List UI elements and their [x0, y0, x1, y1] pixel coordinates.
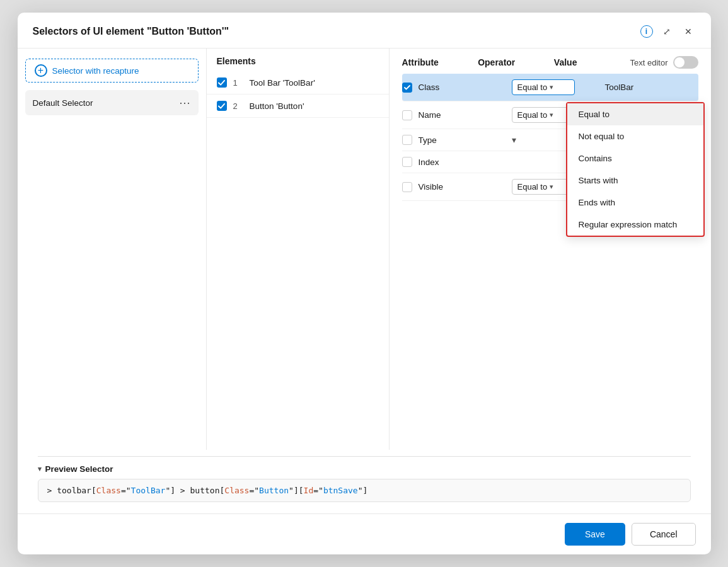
- chevron-down-icon: ▾: [550, 111, 553, 119]
- info-icon[interactable]: i: [640, 25, 653, 38]
- attr-name: Name: [417, 110, 512, 120]
- dropdown-item[interactable]: Ends with: [567, 192, 703, 214]
- attr-checkbox[interactable]: [402, 135, 412, 145]
- element-number: 2: [233, 101, 243, 111]
- btn-attr2-val: btnSave: [323, 486, 358, 495]
- attr-name: Type: [417, 135, 512, 145]
- attr-checkbox[interactable]: [402, 110, 412, 120]
- attr-checkbox[interactable]: [402, 157, 412, 167]
- element-number: 1: [233, 78, 243, 88]
- element-checkbox[interactable]: [217, 101, 227, 111]
- attr-name: Visible: [417, 182, 512, 192]
- chevron-down-icon[interactable]: ▾: [512, 135, 516, 145]
- toolbar-part: toolbar: [57, 486, 91, 495]
- toolbar-attr-val: ToolBar: [131, 486, 166, 495]
- element-label: Tool Bar 'ToolBar': [250, 78, 315, 88]
- attribute-row: Class Equal to ▾ ToolBar: [402, 74, 698, 101]
- more-options-icon[interactable]: ⋯: [179, 96, 191, 110]
- preview-section: ▾ Preview Selector > toolbar[Class="Tool…: [38, 456, 691, 507]
- attributes-header-row: Attribute Operator Value Text editor: [390, 49, 711, 74]
- save-button[interactable]: Save: [565, 523, 625, 546]
- text-editor-toggle: Text editor: [630, 56, 698, 69]
- chevron-down-icon: ▾: [550, 183, 553, 191]
- preview-arrow: >: [47, 486, 57, 495]
- dropdown-item[interactable]: Equal to: [567, 103, 703, 125]
- dropdown-item[interactable]: Starts with: [567, 169, 703, 192]
- btn-attr1-val: Button: [259, 486, 289, 495]
- element-checkbox[interactable]: [217, 77, 227, 88]
- bottom-section: ▾ Preview Selector > toolbar[Class="Tool…: [18, 450, 711, 513]
- cancel-button[interactable]: Cancel: [632, 523, 696, 546]
- default-selector-item[interactable]: Default Selector ⋯: [25, 90, 199, 115]
- right-panel: Attribute Operator Value Text editor Cla…: [390, 49, 711, 450]
- dialog-title: Selectors of UI element "Button 'Button'…: [33, 26, 634, 37]
- middle-panel: Elements 1 Tool Bar 'ToolBar' 2 Button '…: [207, 49, 390, 450]
- attr-operator: Equal to ▾: [512, 79, 605, 95]
- dialog-header: Selectors of UI element "Button 'Button'…: [18, 13, 711, 49]
- attr-checkbox[interactable]: [402, 182, 412, 192]
- operator-select[interactable]: Equal to ▾: [512, 179, 575, 195]
- dropdown-item[interactable]: Regular expression match: [567, 214, 703, 236]
- selector-item-label: Default Selector: [33, 98, 93, 108]
- button-part: button: [190, 486, 220, 495]
- attributes-table: Class Equal to ▾ ToolBar Name Equal to ▾…: [390, 74, 711, 450]
- attr-name: Index: [417, 158, 512, 167]
- element-row[interactable]: 1 Tool Bar 'ToolBar': [207, 71, 389, 94]
- btn-attr2-key: Id: [304, 486, 314, 495]
- text-editor-label: Text editor: [630, 58, 668, 67]
- operator-column-header: Operator: [478, 57, 554, 67]
- toolbar-attr-key: Class: [96, 486, 121, 495]
- elements-header: Elements: [207, 49, 389, 71]
- operator-dropdown-menu: Equal toNot equal toContainsStarts withE…: [566, 102, 705, 237]
- text-editor-switch[interactable]: [673, 56, 698, 69]
- operator-value: Equal to: [517, 83, 548, 92]
- preview-content: > toolbar[Class="ToolBar"] > button[Clas…: [38, 479, 691, 502]
- element-label: Button 'Button': [250, 101, 304, 111]
- preview-header-label: Preview Selector: [45, 464, 113, 474]
- operator-value: Equal to: [517, 182, 548, 192]
- add-selector-button[interactable]: + Selector with recapture: [25, 59, 199, 83]
- attr-value: ToolBar: [605, 83, 698, 92]
- elements-list: 1 Tool Bar 'ToolBar' 2 Button 'Button': [207, 71, 389, 118]
- close-icon[interactable]: ✕: [681, 24, 696, 39]
- operator-value: Equal to: [517, 110, 548, 120]
- dialog-footer: Save Cancel: [18, 513, 711, 554]
- expand-icon[interactable]: ⤢: [659, 24, 674, 39]
- attribute-column-header: Attribute: [402, 57, 478, 67]
- operator-select[interactable]: Equal to ▾: [512, 79, 575, 95]
- operator-select[interactable]: Equal to ▾: [512, 107, 575, 123]
- preview-header[interactable]: ▾ Preview Selector: [38, 464, 691, 474]
- dropdown-item[interactable]: Contains: [567, 147, 703, 169]
- attr-checkbox[interactable]: [402, 83, 412, 93]
- btn-attr1-key: Class: [224, 486, 249, 495]
- left-panel: + Selector with recapture Default Select…: [18, 49, 207, 450]
- plus-circle-icon: +: [35, 64, 47, 77]
- dialog: Selectors of UI element "Button 'Button'…: [18, 13, 711, 554]
- chevron-down-icon: ▾: [550, 83, 553, 91]
- dialog-body: + Selector with recapture Default Select…: [18, 49, 711, 450]
- element-row[interactable]: 2 Button 'Button': [207, 94, 389, 118]
- dropdown-items: Equal toNot equal toContainsStarts withE…: [567, 103, 703, 236]
- value-column-header: Value: [554, 57, 630, 67]
- dropdown-item[interactable]: Not equal to: [567, 125, 703, 147]
- add-selector-label: Selector with recapture: [52, 66, 139, 76]
- header-actions: ⤢ ✕: [659, 24, 696, 39]
- attr-name: Class: [417, 83, 512, 92]
- preview-chevron-icon: ▾: [38, 465, 42, 473]
